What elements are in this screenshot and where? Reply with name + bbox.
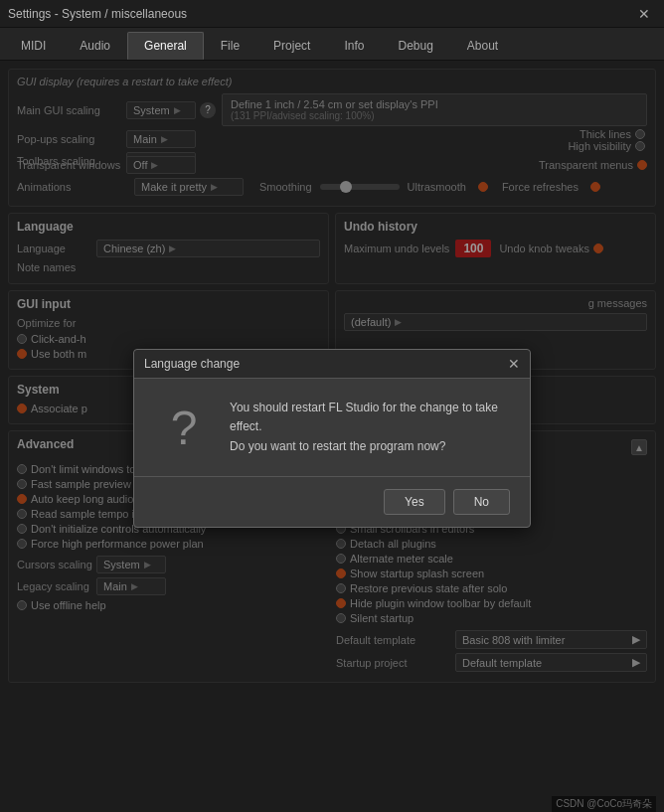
window-title: Settings - System / miscellaneous [8,7,187,21]
tab-general[interactable]: General [127,32,204,60]
dialog-overlay: Language change ✕ ? You should restart F… [0,61,664,812]
tab-bar: MIDI Audio General File Project Info Deb… [0,28,664,61]
dialog-message: You should restart FL Studio for the cha… [230,399,510,456]
tab-debug[interactable]: Debug [381,32,449,60]
dialog-buttons: Yes No [134,476,530,527]
main-content: GUI display (requires a restart to take … [0,61,664,812]
dialog-yes-button[interactable]: Yes [384,489,445,515]
tab-midi[interactable]: MIDI [4,32,63,60]
title-bar: Settings - System / miscellaneous ✕ [0,0,664,28]
dialog-title-bar: Language change ✕ [134,350,530,379]
dialog-close-button[interactable]: ✕ [508,356,520,372]
tab-project[interactable]: Project [256,32,327,60]
dialog-question-icon: ? [154,401,214,455]
dialog-no-button[interactable]: No [453,489,510,515]
tab-info[interactable]: Info [327,32,381,60]
dialog-body: ? You should restart FL Studio for the c… [134,379,530,476]
tab-about[interactable]: About [450,32,515,60]
language-change-dialog: Language change ✕ ? You should restart F… [133,349,531,528]
tab-file[interactable]: File [204,32,256,60]
close-window-button[interactable]: ✕ [632,4,656,24]
tab-audio[interactable]: Audio [63,32,127,60]
dialog-title: Language change [144,357,240,371]
